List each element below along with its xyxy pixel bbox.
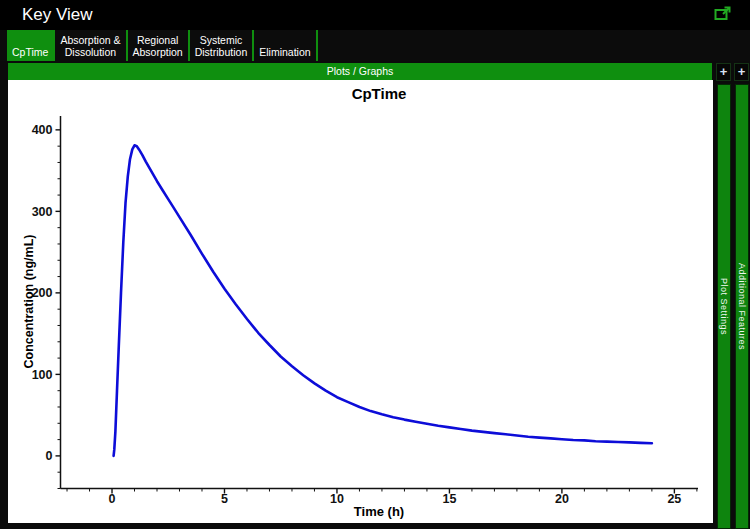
tab-elimination-label: Elimination	[259, 47, 310, 59]
tab-regional-absorption[interactable]: Regional Absorption	[128, 30, 190, 61]
chart-title: CpTime	[60, 85, 698, 102]
additional-features-panel-toggle[interactable]: Additional Features	[735, 84, 749, 529]
tab-absorption-dissolution-label: Absorption & Dissolution	[60, 35, 120, 58]
tab-regional-absorption-label: Regional Absorption	[133, 35, 183, 58]
tab-elimination[interactable]: Elimination	[254, 30, 317, 61]
add-plot-button[interactable]: +	[716, 63, 731, 81]
tab-cptime-label: CpTime	[12, 47, 48, 59]
add-feature-button[interactable]: +	[734, 63, 749, 81]
window-title-bar: Key View	[0, 0, 750, 30]
y-axis-label: Concentration (ng/mL)	[22, 80, 36, 523]
tab-systemic-distribution-label: Systemic Distribution	[195, 35, 248, 58]
tab-absorption-dissolution[interactable]: Absorption & Dissolution	[55, 30, 127, 61]
cp-time-plot: 05101520250100200300400	[8, 80, 713, 523]
window-title: Key View	[0, 0, 750, 30]
tab-cptime[interactable]: CpTime	[7, 30, 55, 61]
tab-systemic-distribution[interactable]: Systemic Distribution	[190, 30, 255, 61]
plot-settings-label: Plot Settings	[719, 278, 729, 335]
tab-bar: CpTime Absorption & Dissolution Regional…	[0, 30, 750, 61]
plot-settings-panel-toggle[interactable]: Plot Settings	[717, 84, 731, 529]
svg-text:0: 0	[46, 449, 53, 463]
chart-panel: 05101520250100200300400 CpTime Concentra…	[8, 80, 713, 523]
x-axis-label: Time (h)	[60, 504, 698, 519]
additional-features-label: Additional Features	[737, 263, 747, 350]
open-external-icon[interactable]	[714, 6, 732, 22]
plots-graphs-header: Plots / Graphs	[8, 63, 712, 80]
